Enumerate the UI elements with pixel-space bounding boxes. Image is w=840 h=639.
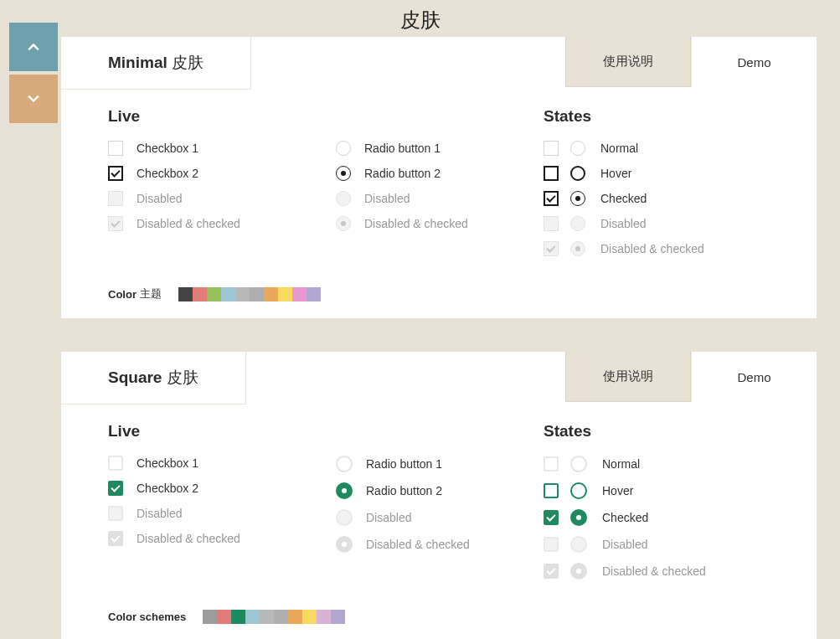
state-radio [570,241,585,256]
state-checkbox [544,510,559,525]
radio-label[interactable]: Radio button 1 [366,457,442,471]
color-swatch[interactable] [221,287,235,301]
checkbox [108,191,123,206]
swatches-minimal [178,287,321,301]
color-swatch[interactable] [217,610,231,624]
section-live: Live [108,422,544,441]
tab-usage[interactable]: 使用说明 [565,352,691,402]
checkbox-label[interactable]: Checkbox 2 [137,167,198,180]
radio-label[interactable]: Radio button 2 [364,167,441,180]
checkbox-label[interactable]: Checkbox 1 [137,456,198,470]
radio-label[interactable]: Radio button 1 [364,142,441,155]
section-states: States [544,422,770,441]
checkbox-label: Disabled & checked [137,217,240,230]
state-radio [570,166,585,181]
color-swatch[interactable] [302,610,317,624]
chevron-down-icon [25,90,42,107]
right-tabs: 使用说明 Demo [565,352,817,402]
tab-demo[interactable]: Demo [691,37,817,87]
color-swatch[interactable] [231,610,245,624]
radio [336,191,351,206]
section-states: States [544,107,770,126]
panel-tabs: Square 皮肤 使用说明 Demo [61,352,817,402]
color-swatch[interactable] [193,287,207,301]
radio-label: Disabled [366,511,411,524]
color-swatch[interactable] [178,287,193,301]
state-checkbox [544,456,559,472]
state-checkbox [544,166,559,181]
checkbox [108,531,123,546]
color-swatch[interactable] [274,610,288,624]
tab-usage[interactable]: 使用说明 [565,37,691,87]
color-swatch[interactable] [245,610,260,624]
checkbox[interactable] [108,141,123,156]
state-label: Disabled & checked [602,564,706,578]
radio [336,536,353,553]
color-swatch[interactable] [331,610,345,624]
minimal-states: States Normal Hover Checked Disabled Dis… [544,107,770,266]
state-label: Disabled & checked [600,242,704,255]
color-swatch[interactable] [288,610,302,624]
color-label-bold: Color [108,288,137,301]
skin-name-bold: Square [108,368,162,386]
square-radio-list: Radio button 1 Radio button 2 Disabled D… [336,456,544,563]
radio [336,509,353,526]
section-live: Live [108,107,544,126]
state-label: Hover [602,484,633,497]
checkbox[interactable] [108,456,123,471]
checkbox-label[interactable]: Checkbox 2 [137,482,198,495]
checkbox [108,506,123,521]
radio [336,216,351,231]
swatches-square [203,610,345,624]
checkbox-label[interactable]: Checkbox 1 [137,142,198,155]
color-swatch[interactable] [264,287,278,301]
color-swatch[interactable] [203,610,217,624]
state-checkbox [544,141,559,156]
state-label: Normal [602,457,640,471]
state-radio [570,563,587,580]
checkbox[interactable] [108,481,123,496]
square-states: States Normal Hover Checked Disabled Dis… [544,422,770,590]
skin-name-bold: Minimal [108,54,167,71]
radio-label: Disabled & checked [364,217,468,230]
skin-name-thin: 皮肤 [167,368,198,386]
color-swatch[interactable] [260,610,274,624]
page-title: 皮肤 [0,0,840,37]
radio-label: Disabled [364,192,410,205]
radio-label: Disabled & checked [366,538,470,551]
state-radio [570,141,585,156]
color-swatch[interactable] [317,610,331,624]
color-swatch[interactable] [292,287,307,301]
skin-name-thin: 皮肤 [172,54,204,71]
minimal-radio-list: Radio button 1 Radio button 2 Disabled D… [336,141,544,241]
tab-demo[interactable]: Demo [691,352,817,402]
checkbox-label: Disabled [137,507,182,520]
state-radio [570,482,587,499]
radio[interactable] [336,482,353,499]
color-row-minimal: Color 主题 [61,286,817,301]
chevron-up-icon [25,39,42,55]
checkbox[interactable] [108,166,123,181]
checkbox-label: Disabled [137,192,182,205]
color-swatch[interactable] [278,287,292,301]
color-swatch[interactable] [207,287,221,301]
state-label: Hover [600,167,631,180]
state-checkbox [544,564,559,579]
radio[interactable] [336,141,351,156]
scroll-up-button[interactable] [9,23,58,71]
scroll-down-button[interactable] [9,75,58,123]
panel-minimal: Minimal 皮肤 使用说明 Demo Live Checkbox 1 Che… [61,37,817,318]
state-label: Normal [600,142,638,155]
state-radio [570,191,585,206]
color-swatch[interactable] [235,287,250,301]
state-radio [570,536,587,553]
color-swatch[interactable] [307,287,321,301]
color-row-square: Color schemes [61,610,817,624]
state-checkbox [544,216,559,231]
state-label: Disabled [602,538,647,551]
radio[interactable] [336,166,351,181]
radio-label[interactable]: Radio button 2 [366,484,442,497]
color-swatch[interactable] [250,287,264,301]
state-label: Disabled [600,217,646,230]
radio[interactable] [336,456,353,472]
